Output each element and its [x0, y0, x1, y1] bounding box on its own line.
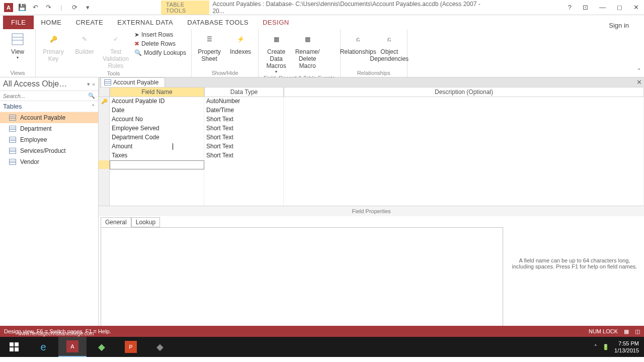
- table-icon: [9, 137, 16, 143]
- insert-rows-button[interactable]: ➤Insert Rows: [134, 31, 186, 38]
- document-tab[interactable]: Account Payable: [101, 77, 165, 87]
- tray-chevron-icon[interactable]: ˄: [594, 344, 597, 350]
- test-validation-button[interactable]: ✓Test Validation Rules: [103, 31, 128, 69]
- search-icon[interactable]: 🔍: [88, 93, 95, 99]
- validation-icon: ✓: [108, 31, 124, 47]
- svg-rect-4: [15, 342, 19, 346]
- minimize-button[interactable]: —: [596, 3, 609, 12]
- design-grid: Field Name Data Type Description (Option…: [99, 87, 644, 333]
- new-field-row[interactable]: [99, 160, 644, 169]
- indexes-button[interactable]: ⚡Indexes: [228, 31, 253, 55]
- view-design-icon[interactable]: ◫: [635, 328, 640, 335]
- rename-delete-macro-button[interactable]: ▦Rename/ Delete Macro: [295, 31, 320, 69]
- field-row[interactable]: Department CodeShort Text: [99, 133, 644, 142]
- empty-row[interactable]: [99, 169, 644, 178]
- numlock-indicator: NUM LOCK: [589, 328, 618, 334]
- key-icon: 🔑: [45, 31, 61, 47]
- window-title: Account Payables : Database- C:\Users\de…: [212, 1, 483, 15]
- field-row[interactable]: TaxesShort Text: [99, 151, 644, 160]
- table-icon: [9, 148, 16, 154]
- builder-icon: ✎: [76, 31, 93, 47]
- empty-row[interactable]: [99, 197, 644, 206]
- refresh-icon[interactable]: ⟳: [70, 4, 78, 12]
- tray-battery-icon[interactable]: 🔋: [602, 344, 609, 350]
- tab-create[interactable]: CREATE: [68, 16, 110, 29]
- ribbon-options-icon[interactable]: ⊡: [580, 3, 591, 12]
- group-showhide-label: Show/Hide: [197, 69, 253, 76]
- start-button[interactable]: [0, 337, 28, 357]
- field-row[interactable]: AmountShort Text: [99, 142, 644, 151]
- close-document-icon[interactable]: ✕: [636, 78, 642, 86]
- field-row[interactable]: 🔑Account Payable IDAutoNumber: [99, 97, 644, 106]
- column-data-type[interactable]: Data Type: [204, 87, 284, 97]
- taskbar: e A ◆ P ◆ ˄ 🔋 7:55 PM 1/13/2015: [0, 337, 644, 357]
- tab-lookup[interactable]: Lookup: [131, 217, 160, 227]
- empty-row[interactable]: [99, 178, 644, 188]
- relationships-button[interactable]: ⎌Relationships: [346, 31, 371, 55]
- qat-dropdown-icon[interactable]: ▾: [84, 4, 92, 12]
- tab-design[interactable]: DESIGN: [256, 16, 296, 29]
- property-sheet-area[interactable]: [101, 227, 503, 331]
- field-row[interactable]: Account NoShort Text: [99, 115, 644, 124]
- column-field-name[interactable]: Field Name: [110, 87, 204, 97]
- tab-general[interactable]: General: [101, 217, 131, 227]
- view-button[interactable]: View▾: [5, 31, 30, 60]
- group-relationships-label: Relationships: [346, 69, 402, 76]
- column-description[interactable]: Description (Optional): [284, 87, 644, 97]
- nav-item-services-product[interactable]: Services/Product: [0, 145, 98, 156]
- navigation-pane: All Access Obje… ▾« 🔍 Tables ⌃ Account P…: [0, 77, 99, 326]
- nav-item-account-payable[interactable]: Account Payable: [0, 112, 98, 123]
- tab-external-data[interactable]: EXTERNAL DATA: [110, 16, 180, 29]
- maximize-button[interactable]: ◻: [614, 3, 625, 12]
- tab-home[interactable]: HOME: [34, 16, 68, 29]
- view-datasheet-icon[interactable]: ▦: [624, 328, 629, 335]
- rename-macro-icon: ▦: [299, 31, 315, 47]
- access-app-icon[interactable]: A: [4, 3, 13, 12]
- taskbar-ie-icon[interactable]: e: [29, 337, 57, 357]
- save-icon[interactable]: 💾: [18, 4, 26, 12]
- sign-in-link[interactable]: Sign in: [609, 22, 629, 29]
- field-row[interactable]: Employee ServedShort Text: [99, 124, 644, 133]
- nav-dropdown-icon[interactable]: ▾: [87, 81, 90, 87]
- modify-lookups-button[interactable]: 🔍Modify Lookups: [134, 49, 186, 56]
- table-icon: [9, 115, 16, 121]
- table-icon: [104, 79, 111, 85]
- dependencies-icon: ⎌: [381, 31, 397, 47]
- ribbon-tabs: FILE HOME CREATE EXTERNAL DATA DATABASE …: [0, 15, 644, 29]
- undo-icon[interactable]: ↶: [31, 4, 39, 12]
- redo-icon[interactable]: ↷: [44, 4, 52, 12]
- nav-search-input[interactable]: [3, 93, 73, 99]
- tab-file[interactable]: FILE: [3, 16, 34, 29]
- create-data-macros-button[interactable]: ▦Create Data Macros▾: [264, 31, 289, 74]
- tab-database-tools[interactable]: DATABASE TOOLS: [180, 16, 256, 29]
- taskbar-access-icon[interactable]: A: [58, 337, 87, 357]
- collapse-ribbon-icon[interactable]: ˄: [637, 67, 641, 75]
- field-row[interactable]: DateDate/Time: [99, 106, 644, 115]
- delete-rows-button[interactable]: ✖Delete Rows: [134, 40, 186, 47]
- help-button[interactable]: ?: [565, 3, 575, 12]
- taskbar-app2-icon[interactable]: ◆: [146, 337, 174, 357]
- collapse-group-icon[interactable]: ⌃: [91, 104, 95, 109]
- nav-collapse-icon[interactable]: «: [92, 81, 95, 87]
- svg-rect-3: [10, 342, 14, 346]
- nav-item-vendor[interactable]: Vendor: [0, 156, 98, 167]
- ribbon: View▾ Views 🔑Primary Key ✎Builder ✓Test …: [0, 29, 644, 77]
- lookup-icon: 🔍: [134, 49, 142, 56]
- context-tab-label: TABLE TOOLS: [161, 1, 209, 15]
- close-button[interactable]: ✕: [630, 3, 642, 12]
- nav-item-department[interactable]: Department: [0, 123, 98, 134]
- taskbar-powerpoint-icon[interactable]: P: [117, 337, 145, 357]
- nav-group-tables[interactable]: Tables ⌃: [0, 101, 98, 112]
- nav-title[interactable]: All Access Obje…: [3, 79, 67, 88]
- object-dependencies-button[interactable]: ⎌Object Dependencies: [377, 31, 402, 62]
- taskbar-app1-icon[interactable]: ◆: [88, 337, 116, 357]
- primary-key-button[interactable]: 🔑Primary Key: [41, 31, 66, 62]
- empty-row[interactable]: [99, 188, 644, 197]
- clock-date[interactable]: 1/13/2015: [614, 347, 639, 354]
- nav-item-employee[interactable]: Employee: [0, 134, 98, 145]
- qat-divider: |: [57, 4, 65, 12]
- property-sheet-button[interactable]: ☰Property Sheet: [197, 31, 222, 62]
- clock-time[interactable]: 7:55 PM: [614, 340, 639, 347]
- svg-rect-0: [12, 34, 23, 45]
- builder-button[interactable]: ✎Builder: [72, 31, 97, 55]
